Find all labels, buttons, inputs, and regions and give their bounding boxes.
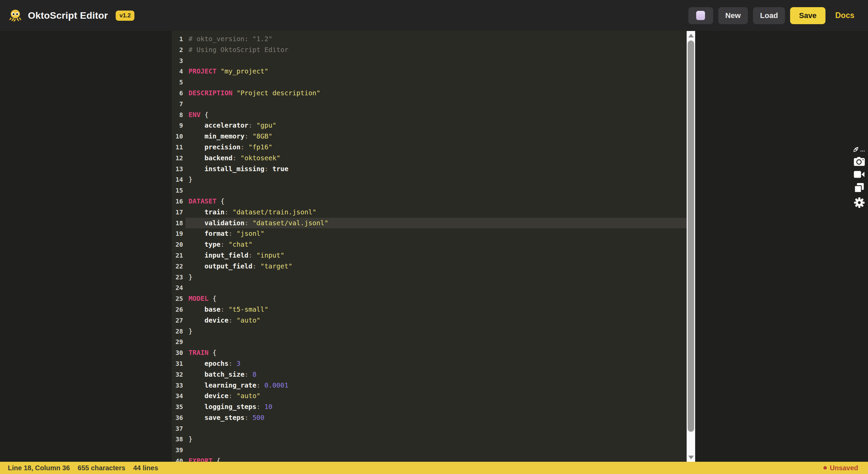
copy-icon xyxy=(854,183,864,193)
line-number: 7 xyxy=(172,99,183,110)
line-number: 8 xyxy=(172,110,183,120)
rocket-icon xyxy=(853,147,859,152)
theme-color-button[interactable] xyxy=(688,7,713,24)
code-text: epochs: 3 xyxy=(185,358,687,369)
code-text: min_memory: "8GB" xyxy=(185,131,687,142)
code-line: 1# okto_version: "1.2" xyxy=(172,34,687,45)
status-right: Unsaved xyxy=(823,464,858,472)
code-text: learning_rate: 0.0001 xyxy=(185,380,687,391)
line-number: 3 xyxy=(172,55,183,66)
code-text xyxy=(185,423,687,434)
line-number: 4 xyxy=(172,66,183,77)
code-line: 5 xyxy=(172,77,687,88)
line-number: 9 xyxy=(172,120,183,131)
settings-button[interactable] xyxy=(854,197,865,208)
code-text xyxy=(185,185,687,196)
code-line: 12 backend: "oktoseek" xyxy=(172,153,687,164)
line-number: 13 xyxy=(172,164,183,175)
code-text xyxy=(185,445,687,456)
code-text: ENV { xyxy=(185,110,687,120)
code-text: device: "auto" xyxy=(185,315,687,326)
cursor-position: Line 18, Column 36 xyxy=(8,464,70,472)
line-number: 5 xyxy=(172,77,183,88)
line-number: 35 xyxy=(172,402,183,412)
record-button[interactable] xyxy=(854,170,865,178)
video-camera-icon xyxy=(854,170,865,178)
code-line: 15 xyxy=(172,185,687,196)
line-count: 44 lines xyxy=(133,464,158,472)
copy-button[interactable] xyxy=(854,183,864,193)
save-button[interactable]: Save xyxy=(790,7,825,24)
code-line: 27 device: "auto" xyxy=(172,315,687,326)
line-number: 11 xyxy=(172,142,183,153)
code-line: 33 learning_rate: 0.0001 xyxy=(172,380,687,391)
code-line: 32 batch_size: 8 xyxy=(172,369,687,380)
code-line: 3 xyxy=(172,55,687,66)
docs-link[interactable]: Docs xyxy=(835,11,854,20)
code-line: 9 accelerator: "gpu" xyxy=(172,120,687,131)
code-line: 25MODEL { xyxy=(172,293,687,304)
code-line: 23} xyxy=(172,272,687,283)
line-number: 14 xyxy=(172,174,183,185)
code-line: 18 validation: "dataset/val.jsonl" xyxy=(172,218,687,229)
line-number: 1 xyxy=(172,34,183,45)
load-button[interactable]: Load xyxy=(753,7,785,24)
unsaved-dot-icon xyxy=(823,466,827,470)
ellipsis-icon: … xyxy=(860,148,866,151)
launch-menu-button[interactable]: … xyxy=(853,147,866,152)
code-text: DESCRIPTION "Project description" xyxy=(185,88,687,99)
code-text: install_missing: true xyxy=(185,164,687,175)
camera-icon xyxy=(854,157,865,166)
code-line: 22 output_field: "target" xyxy=(172,261,687,272)
code-line: 21 input_field: "input" xyxy=(172,250,687,261)
new-button[interactable]: New xyxy=(718,7,748,24)
editor-scrollbar[interactable] xyxy=(687,31,695,462)
line-number: 15 xyxy=(172,185,183,196)
code-editor[interactable]: 1# okto_version: "1.2"2# Using OktoScrip… xyxy=(172,31,687,462)
line-number: 31 xyxy=(172,358,183,369)
code-text: train: "dataset/train.jsonl" xyxy=(185,207,687,218)
line-number: 34 xyxy=(172,391,183,402)
code-text: accelerator: "gpu" xyxy=(185,120,687,131)
line-number: 17 xyxy=(172,207,183,218)
screenshot-button[interactable] xyxy=(854,157,865,166)
color-swatch-icon xyxy=(696,11,705,20)
code-text xyxy=(185,337,687,347)
code-text: input_field: "input" xyxy=(185,250,687,261)
code-line: 17 train: "dataset/train.jsonl" xyxy=(172,207,687,218)
line-number: 21 xyxy=(172,250,183,261)
code-line: 36 save_steps: 500 xyxy=(172,412,687,423)
brand: OktoScript Editor v1.2 xyxy=(9,9,134,22)
code-text: backend: "oktoseek" xyxy=(185,153,687,164)
character-count: 655 characters xyxy=(78,464,125,472)
code-text: # Using OktoScript Editor xyxy=(185,45,687,55)
line-number: 18 xyxy=(172,218,183,229)
line-number: 6 xyxy=(172,88,183,99)
scrollbar-thumb[interactable] xyxy=(688,40,694,432)
code-text: device: "auto" xyxy=(185,391,687,402)
line-number: 32 xyxy=(172,369,183,380)
line-number: 26 xyxy=(172,304,183,315)
code-lines: 1# okto_version: "1.2"2# Using OktoScrip… xyxy=(172,34,687,462)
page-title: OktoScript Editor xyxy=(28,10,108,21)
line-number: 10 xyxy=(172,131,183,142)
line-number: 37 xyxy=(172,423,183,434)
code-text: type: "chat" xyxy=(185,239,687,250)
code-line: 29 xyxy=(172,337,687,347)
code-line: 26 base: "t5-small" xyxy=(172,304,687,315)
scroll-down-arrow[interactable] xyxy=(687,453,695,462)
code-line: 28} xyxy=(172,326,687,337)
code-text: output_field: "target" xyxy=(185,261,687,272)
code-text: } xyxy=(185,434,687,445)
status-bar: Line 18, Column 36 655 characters 44 lin… xyxy=(0,462,868,474)
app-header: OktoScript Editor v1.2 New Load Save Doc… xyxy=(0,0,868,31)
line-number: 23 xyxy=(172,272,183,283)
line-number: 20 xyxy=(172,239,183,250)
line-number: 27 xyxy=(172,315,183,326)
code-line: 31 epochs: 3 xyxy=(172,358,687,369)
scroll-up-arrow[interactable] xyxy=(687,31,695,40)
code-line: 40EXPORT { xyxy=(172,456,687,462)
gear-icon xyxy=(854,197,865,208)
code-text: validation: "dataset/val.jsonl" xyxy=(185,218,687,229)
code-line: 10 min_memory: "8GB" xyxy=(172,131,687,142)
